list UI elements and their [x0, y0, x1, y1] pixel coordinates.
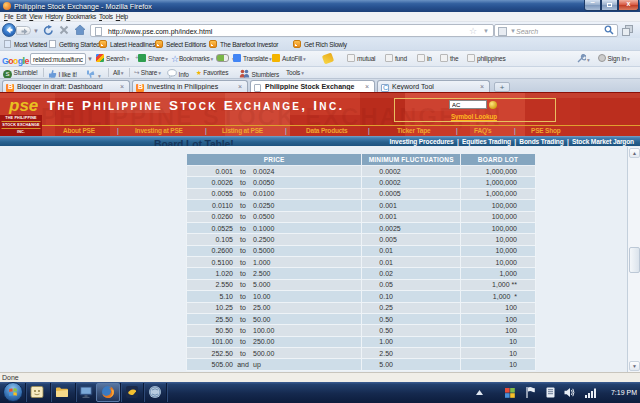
svg-text:pse: pse	[8, 96, 38, 115]
